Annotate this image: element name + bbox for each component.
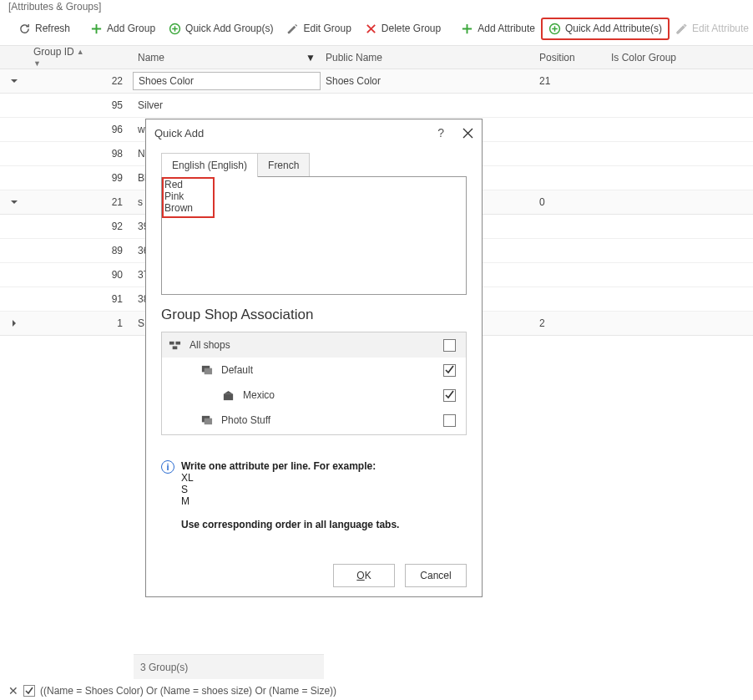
name-cell-selected[interactable]: Shoes Color <box>133 72 321 90</box>
add-group-button[interactable]: Add Group <box>83 18 162 39</box>
checkbox[interactable] <box>443 339 456 352</box>
ok-button[interactable]: OK <box>333 564 395 587</box>
col-position[interactable]: Position <box>534 52 606 63</box>
quick-add-attribute-button[interactable]: Quick Add Attribute(s) <box>542 18 669 39</box>
info-icon: i <box>161 460 174 474</box>
attributes-textarea[interactable]: Red Pink Brown <box>161 176 467 295</box>
pencil-icon <box>675 23 688 35</box>
expand-toggle[interactable] <box>8 75 20 87</box>
svg-rect-7 <box>224 393 233 400</box>
checkbox[interactable] <box>443 414 456 427</box>
help-button[interactable]: ? <box>437 126 444 139</box>
tree-row-photostuff[interactable]: Photo Stuff <box>162 408 466 433</box>
dialog-title: Quick Add <box>154 127 204 139</box>
edit-group-button[interactable]: Edit Group <box>280 18 357 39</box>
multishop-icon <box>169 339 181 352</box>
tree-row-allshops[interactable]: All shops <box>162 332 466 358</box>
svg-rect-3 <box>175 341 180 344</box>
info-block: i Write one attribute per line. For exam… <box>161 460 467 530</box>
col-name[interactable]: Name▼ <box>133 52 321 63</box>
svg-rect-6 <box>205 368 212 374</box>
col-is-color-group[interactable]: Is Color Group <box>606 52 731 63</box>
add-attribute-button[interactable]: Add Attribute <box>454 18 542 39</box>
grid-group-row[interactable]: 22 Shoes Color Shoes Color 21 <box>0 69 753 94</box>
close-button[interactable] <box>462 128 473 139</box>
shop-group-icon <box>200 364 213 377</box>
highlight-box <box>162 177 215 218</box>
dialog-buttons: OK Cancel <box>161 564 467 587</box>
svg-rect-9 <box>205 418 212 424</box>
plus-circle-icon <box>169 23 181 35</box>
expand-toggle[interactable] <box>8 317 20 329</box>
plus-icon-green <box>461 23 473 35</box>
dialog-titlebar: Quick Add ? <box>146 119 482 146</box>
filter-expression: ((Name = Shoes Color) Or (Name = shoes s… <box>40 685 336 697</box>
edit-attribute-button[interactable]: Edit Attribute <box>669 18 753 39</box>
quick-add-group-button[interactable]: Quick Add Group(s) <box>162 18 280 39</box>
col-public-name[interactable]: Public Name <box>321 52 534 63</box>
svg-rect-2 <box>169 341 174 344</box>
toolbar: Refresh Add Group Quick Add Group(s) Edi… <box>0 12 753 45</box>
svg-rect-4 <box>173 346 178 349</box>
tree-row-mexico[interactable]: Mexico <box>162 383 466 408</box>
refresh-icon <box>18 23 31 35</box>
tab-french[interactable]: French <box>258 153 310 177</box>
delete-group-button[interactable]: Delete Group <box>358 18 447 39</box>
pencil-icon <box>286 23 299 35</box>
window-title: [Attributes & Groups] <box>0 0 753 12</box>
plus-icon-green <box>90 23 103 35</box>
tab-english[interactable]: English (English) <box>161 153 258 177</box>
expand-toggle[interactable] <box>8 196 20 208</box>
grid-attr-row[interactable]: 95Silver <box>0 94 753 118</box>
tree-row-default[interactable]: Default <box>162 358 466 383</box>
grid-header: Group ID▲▼ Name▼ Public Name Position Is… <box>0 45 753 69</box>
filter-bar: ✕ ((Name = Shoes Color) Or (Name = shoes… <box>0 682 753 700</box>
section-title: Group Shop Association <box>161 307 467 323</box>
shop-group-icon <box>200 414 213 427</box>
filter-checkbox[interactable] <box>23 685 35 697</box>
shop-icon <box>222 389 235 402</box>
grid-footer: 3 Group(s) <box>134 654 324 679</box>
x-icon-red <box>365 23 377 35</box>
checkbox[interactable] <box>443 389 456 402</box>
cancel-button[interactable]: Cancel <box>405 564 467 587</box>
checkbox[interactable] <box>443 364 456 377</box>
col-group-id[interactable]: Group ID▲▼ <box>28 46 133 69</box>
clear-filter-button[interactable]: ✕ <box>8 684 18 697</box>
refresh-button[interactable]: Refresh <box>12 18 77 39</box>
language-tabs: English (English) French <box>161 153 467 177</box>
quick-add-dialog: Quick Add ? English (English) French Red… <box>145 119 483 597</box>
shop-tree: All shops Default Mexico Photo Stuff <box>161 332 467 435</box>
plus-circle-icon <box>548 23 561 35</box>
